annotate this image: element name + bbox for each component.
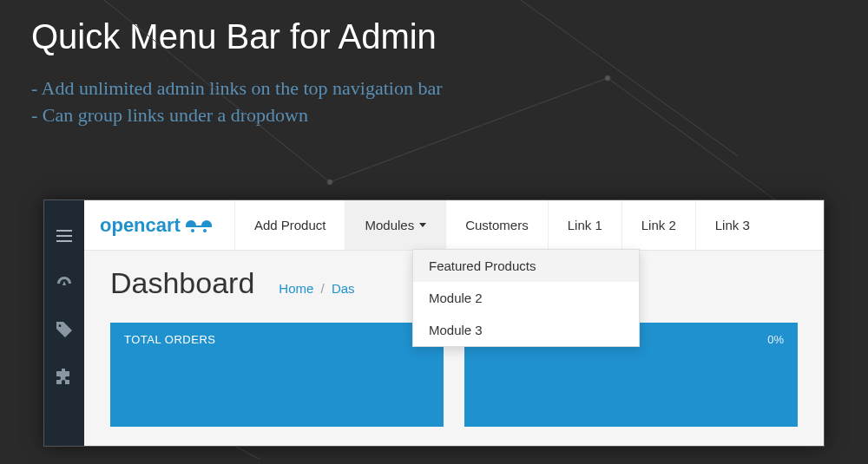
modules-dropdown: Featured Products Module 2 Module 3 [412,249,640,347]
dropdown-item-module-2[interactable]: Module 2 [413,282,639,314]
dashboard-icon[interactable] [44,259,84,306]
nav-link-2[interactable]: Link 2 [621,200,695,250]
breadcrumb-home[interactable]: Home [279,281,313,296]
nav-label: Link 3 [715,218,750,232]
svg-rect-9 [56,235,72,237]
card-title: TOTAL ORDERS [124,333,430,346]
nav-label: Add Product [254,218,326,232]
brand-name: opencart [100,214,181,237]
nav-label: Modules [365,218,414,232]
svg-point-5 [327,180,332,185]
feature-line: - Add unlimited admin links on the top n… [31,75,868,102]
svg-rect-8 [56,230,72,232]
nav-modules[interactable]: Modules [345,200,445,250]
admin-screenshot: opencart Add Product Modules Customers L… [43,199,825,447]
puzzle-icon[interactable] [44,353,84,400]
nav-customers[interactable]: Customers [445,200,548,250]
breadcrumb-current: Das [332,281,355,296]
admin-topbar: opencart Add Product Modules Customers L… [84,200,824,251]
hero-features: - Add unlimited admin links on the top n… [0,56,868,129]
caret-down-icon [419,223,426,227]
nav-label: Link 1 [568,218,602,232]
card-percent: 0% [767,333,784,346]
card-total-orders[interactable]: TOTAL ORDERS 0% [110,323,444,427]
dropdown-item-module-3[interactable]: Module 3 [413,314,639,346]
hero-title: Quick Menu Bar for Admin [0,0,868,56]
breadcrumb: Home / Das [279,281,354,296]
admin-sidebar [44,200,84,446]
nav-link-3[interactable]: Link 3 [695,200,769,250]
menu-icon[interactable] [44,212,84,259]
nav-add-product[interactable]: Add Product [234,200,345,250]
svg-point-11 [191,229,194,232]
nav-label: Link 2 [641,218,676,232]
feature-line: - Can group links under a dropdown [31,102,868,129]
brand-logo[interactable]: opencart [84,200,234,250]
nav-link-1[interactable]: Link 1 [548,200,621,250]
nav-label: Customers [465,218,529,232]
breadcrumb-sep: / [321,281,325,296]
admin-main: opencart Add Product Modules Customers L… [84,200,824,446]
svg-point-12 [203,229,207,232]
nav-links: Add Product Modules Customers Link 1 Lin… [234,200,769,250]
page-title: Dashboard [110,266,254,300]
tag-icon[interactable] [44,306,84,353]
dropdown-item-featured[interactable]: Featured Products [413,250,639,282]
svg-rect-10 [56,240,72,242]
